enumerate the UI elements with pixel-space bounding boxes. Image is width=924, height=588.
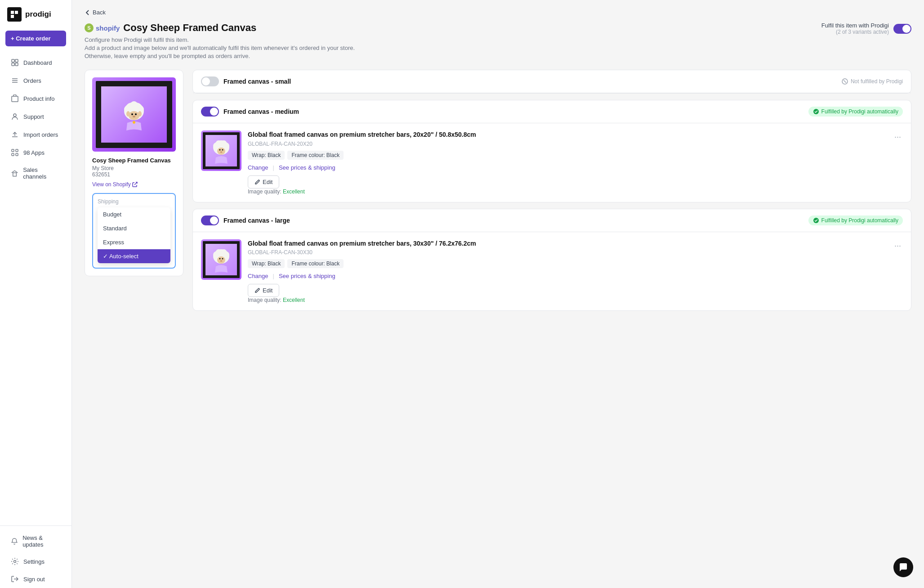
back-button[interactable]: Back: [85, 9, 911, 16]
svg-point-39: [217, 148, 225, 155]
nav-sales-channels[interactable]: Sales channels: [4, 162, 68, 184]
svg-rect-1: [15, 11, 18, 14]
image-quality-large: Image quality: Excellent: [248, 297, 886, 303]
fulfil-sub: (2 of 3 variants active): [821, 29, 889, 35]
variant-header-small: Framed canvas - small Not fulfilled by P…: [193, 70, 911, 93]
nav-apps[interactable]: 98 Apps: [4, 144, 68, 161]
not-fulfilled-icon: [841, 78, 848, 85]
product-thumbnail: [92, 77, 176, 152]
nav-sign-out[interactable]: Sign out: [4, 570, 68, 588]
change-link-medium[interactable]: Change: [248, 164, 268, 171]
tag-wrap-large: Wrap: Black: [248, 259, 285, 268]
svg-rect-10: [12, 96, 18, 102]
not-fulfilled-label-small: Not fulfilled by Prodigi: [851, 78, 903, 85]
nav-settings-label: Settings: [23, 558, 45, 565]
sheep-preview-medium: [205, 135, 237, 166]
check-circle-icon: [813, 108, 819, 115]
nav-news-updates[interactable]: News & updates: [4, 530, 68, 552]
content-area: Cosy Sheep Framed Canvas My Store 632651…: [85, 70, 911, 317]
edit-button-medium[interactable]: Edit: [248, 175, 279, 189]
shipping-option-budget[interactable]: Budget: [98, 207, 170, 221]
nav-settings[interactable]: Settings: [4, 553, 68, 570]
nav-sign-out-label: Sign out: [23, 576, 45, 583]
check-circle-icon-large: [813, 217, 819, 224]
prices-link-large[interactable]: See prices & shipping: [279, 273, 335, 279]
variants-area: Framed canvas - small Not fulfilled by P…: [192, 70, 911, 317]
variant-toggle-medium[interactable]: [201, 107, 219, 117]
nav-orders[interactable]: Orders: [4, 72, 68, 89]
shopify-badge: S shopify: [85, 23, 120, 32]
change-link-large[interactable]: Change: [248, 273, 268, 279]
svg-point-23: [130, 101, 138, 108]
variant-row-small: Framed canvas - small Not fulfilled by P…: [192, 70, 911, 94]
image-quality-medium: Image quality: Excellent: [248, 189, 886, 195]
variant-row-medium: Framed canvas - medium Fulfilled by Prod…: [192, 100, 911, 202]
variant-header-medium: Framed canvas - medium Fulfilled by Prod…: [193, 100, 911, 123]
svg-rect-0: [11, 11, 14, 14]
bell-icon: [11, 537, 18, 545]
variant-header-large: Framed canvas - large Fulfilled by Prodi…: [193, 209, 911, 232]
tag-frame-medium: Frame colour: Black: [287, 151, 344, 160]
variant-name-small: Framed canvas - small: [223, 78, 291, 85]
svg-point-26: [135, 113, 137, 115]
actions-row-large: Change | See prices & shipping: [248, 273, 886, 279]
product-details-medium: Global float framed canvas on premium st…: [248, 130, 886, 195]
shipping-option-standard[interactable]: Standard: [98, 221, 170, 235]
product-line-medium: Global float framed canvas on premium st…: [201, 130, 903, 195]
variant-name-medium: Framed canvas - medium: [223, 108, 299, 115]
list-icon: [11, 76, 19, 85]
edit-icon-large: [254, 287, 260, 293]
product-sku-medium: GLOBAL-FRA-CAN-20X20: [248, 141, 886, 147]
fulfilled-label-medium: Fulfilled by Prodigi automatically: [821, 108, 898, 115]
nav-orders-label: Orders: [23, 77, 41, 84]
view-on-shopify-link[interactable]: View on Shopify: [92, 181, 176, 188]
create-order-button[interactable]: + Create order: [5, 31, 66, 46]
svg-rect-6: [15, 63, 18, 66]
chat-button[interactable]: [893, 557, 913, 577]
shipping-option-express[interactable]: Express: [98, 235, 170, 249]
variant-toggle-large[interactable]: [201, 215, 219, 225]
svg-point-27: [133, 116, 135, 117]
svg-point-38: [221, 140, 227, 146]
nav-support-label: Support: [23, 113, 44, 120]
edit-icon-medium: [254, 179, 260, 185]
person-icon: [11, 112, 19, 121]
fulfil-toggle[interactable]: [893, 24, 911, 34]
back-label: Back: [93, 9, 106, 16]
svg-point-29: [138, 111, 142, 117]
svg-point-11: [13, 114, 16, 117]
variant-toggle-small[interactable]: [201, 76, 219, 86]
svg-rect-2: [11, 15, 14, 18]
sidebar-logo: prodigi: [0, 0, 71, 31]
svg-point-51: [222, 258, 223, 259]
signout-icon: [11, 575, 19, 583]
product-preview-frame-large: [203, 241, 240, 278]
svg-point-49: [217, 256, 225, 264]
sheep-illustration: [118, 97, 150, 133]
svg-rect-5: [12, 63, 14, 66]
nav-support[interactable]: Support: [4, 108, 68, 125]
nav-dashboard-label: Dashboard: [23, 59, 52, 66]
not-fulfilled-badge-small: Not fulfilled by Prodigi: [841, 78, 903, 85]
more-options-large[interactable]: ···: [893, 239, 903, 252]
quality-value-large: Excellent: [283, 297, 305, 303]
shipping-dropdown[interactable]: Shipping Budget Standard Express ✓ Auto-…: [92, 193, 176, 269]
prices-link-medium[interactable]: See prices & shipping: [279, 164, 335, 171]
nav-apps-label: 98 Apps: [23, 149, 45, 156]
svg-rect-16: [13, 173, 17, 176]
nav-product-info[interactable]: Product info: [4, 90, 68, 107]
canvas-frame: [96, 81, 172, 148]
shopify-label: shopify: [96, 24, 120, 32]
nav-dashboard[interactable]: Dashboard: [4, 54, 68, 71]
fulfil-label: Fulfil this item with Prodigi: [821, 22, 889, 29]
shipping-option-auto-select[interactable]: ✓ Auto-select: [98, 249, 170, 263]
svg-point-30: [133, 121, 135, 124]
page-subtitle-2: Add a product and image below and we'll …: [85, 45, 355, 51]
nav-sales-channels-label: Sales channels: [23, 166, 61, 180]
edit-button-large[interactable]: Edit: [248, 284, 279, 297]
svg-rect-4: [15, 59, 18, 62]
sheep-preview-large: [205, 244, 237, 275]
more-options-medium[interactable]: ···: [893, 130, 903, 144]
nav-import-orders[interactable]: Import orders: [4, 126, 68, 143]
svg-rect-15: [16, 153, 18, 156]
